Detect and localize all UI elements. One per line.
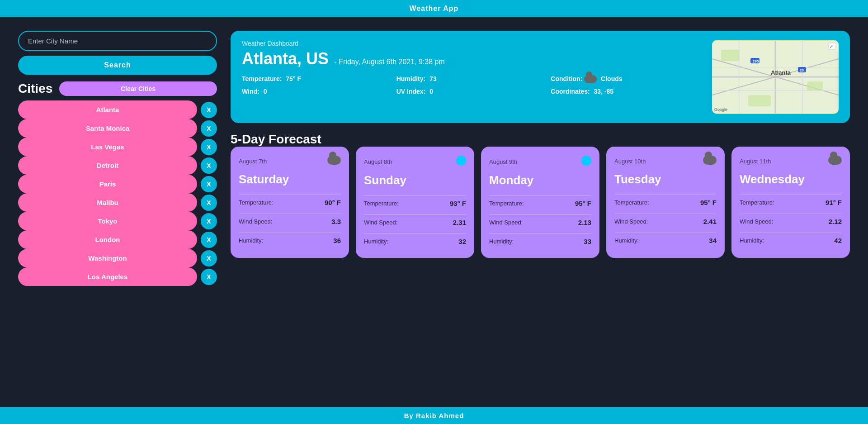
city-remove-button[interactable]: X xyxy=(201,139,217,155)
search-input[interactable] xyxy=(18,31,217,51)
forecast-day: Sunday xyxy=(364,173,466,187)
forecast-humidity: Humidity: 32 xyxy=(364,233,466,249)
forecast-card-header: August 9th xyxy=(489,156,591,167)
forecast-wind: Wind Speed: 2.12 xyxy=(740,214,842,229)
svg-text:⤢: ⤢ xyxy=(830,44,833,49)
city-row: AtlantaX xyxy=(18,100,217,119)
city-header: Atlanta, US - Friday, August 6th 2021, 9… xyxy=(242,49,703,68)
city-date: - Friday, August 6th 2021, 9:38 pm xyxy=(334,58,444,66)
city-row: TokyoX xyxy=(18,212,217,230)
weather-details: Temperature: 75° F Humidity: 73 Conditio… xyxy=(242,75,703,95)
forecast-card: August 11th Wednesday Temperature: 91° F… xyxy=(731,147,850,258)
forecast-icon xyxy=(828,156,842,167)
forecast-day: Monday xyxy=(489,173,591,187)
forecast-card-header: August 7th xyxy=(239,156,341,167)
city-button[interactable]: Las Vegas xyxy=(18,138,197,156)
left-panel: Search Cities Clear Cities AtlantaXSanta… xyxy=(18,31,217,394)
city-remove-button[interactable]: X xyxy=(201,176,217,192)
forecast-day: Tuesday xyxy=(614,172,717,186)
city-row: WashingtonX xyxy=(18,249,217,267)
forecast-icon xyxy=(456,156,466,167)
right-panel: Weather Dashboard Atlanta, US - Friday, … xyxy=(231,31,850,394)
weather-info: Weather Dashboard Atlanta, US - Friday, … xyxy=(242,40,703,114)
city-remove-button[interactable]: X xyxy=(201,102,217,118)
city-button[interactable]: Atlanta xyxy=(18,100,197,119)
svg-text:285: 285 xyxy=(753,59,759,63)
city-row: Los AngelesX xyxy=(18,267,217,286)
forecast-section: 5-Day Forecast August 7th Saturday Tempe… xyxy=(231,132,850,258)
dashboard-label: Weather Dashboard xyxy=(242,40,703,47)
forecast-date: August 8th xyxy=(364,158,392,165)
forecast-temperature: Temperature: 93° F xyxy=(364,195,466,211)
forecast-temperature: Temperature: 90° F xyxy=(239,195,341,210)
footer-credit: By Rakib Ahmed xyxy=(404,412,464,419)
city-remove-button[interactable]: X xyxy=(201,269,217,285)
forecast-icon xyxy=(703,156,717,167)
forecast-date: August 10th xyxy=(614,158,646,165)
city-button[interactable]: Malibu xyxy=(18,193,197,212)
bottom-bar: By Rakib Ahmed xyxy=(0,407,868,424)
forecast-card: August 7th Saturday Temperature: 90° F W… xyxy=(231,147,349,258)
forecast-title: 5-Day Forecast xyxy=(231,132,850,147)
city-button[interactable]: Washington xyxy=(18,249,197,267)
forecast-cards: August 7th Saturday Temperature: 90° F W… xyxy=(231,147,850,258)
city-remove-button[interactable]: X xyxy=(201,195,217,211)
forecast-temperature: Temperature: 95° F xyxy=(489,195,591,211)
uv-detail: UV Index: 0 xyxy=(396,88,549,95)
forecast-card: August 8th Sunday Temperature: 93° F Win… xyxy=(356,147,474,258)
condition-detail: Condition: Clouds xyxy=(551,75,703,83)
svg-rect-9 xyxy=(721,50,739,61)
city-remove-button[interactable]: X xyxy=(201,213,217,229)
city-row: LondonX xyxy=(18,230,217,249)
forecast-wind: Wind Speed: 2.31 xyxy=(364,214,466,230)
forecast-icon xyxy=(327,156,341,167)
cities-title: Cities xyxy=(18,81,52,96)
temperature-detail: Temperature: 75° F xyxy=(242,75,394,83)
forecast-icon xyxy=(581,156,591,167)
forecast-date: August 11th xyxy=(740,158,771,165)
city-name: Atlanta, US xyxy=(242,49,329,68)
city-remove-button[interactable]: X xyxy=(201,157,217,174)
city-remove-button[interactable]: X xyxy=(201,232,217,248)
city-remove-button[interactable]: X xyxy=(201,120,217,137)
svg-rect-10 xyxy=(807,81,823,91)
forecast-humidity: Humidity: 36 xyxy=(239,233,341,248)
city-row: Las VegasX xyxy=(18,138,217,156)
forecast-humidity: Humidity: 33 xyxy=(489,233,591,249)
main-content: Search Cities Clear Cities AtlantaXSanta… xyxy=(0,17,868,407)
city-button[interactable]: London xyxy=(18,230,197,249)
city-button[interactable]: Paris xyxy=(18,175,197,193)
forecast-temperature: Temperature: 95° F xyxy=(614,195,717,210)
wind-detail: Wind: 0 xyxy=(242,88,394,95)
forecast-card: August 9th Monday Temperature: 95° F Win… xyxy=(481,147,599,258)
city-button[interactable]: Detroit xyxy=(18,156,197,175)
clear-cities-button[interactable]: Clear Cities xyxy=(59,81,217,96)
forecast-date: August 7th xyxy=(239,158,267,165)
condition-cloud-icon xyxy=(584,75,597,83)
city-button[interactable]: Santa Monica xyxy=(18,119,197,138)
search-button[interactable]: Search xyxy=(18,56,217,75)
forecast-wind: Wind Speed: 3.3 xyxy=(239,214,341,229)
forecast-card: August 10th Tuesday Temperature: 95° F W… xyxy=(606,147,725,258)
map-thumbnail: Atlanta 285 20 Google ⤢ xyxy=(712,40,839,114)
city-row: Santa MonicaX xyxy=(18,119,217,138)
weather-dashboard: Weather Dashboard Atlanta, US - Friday, … xyxy=(231,31,850,123)
city-button[interactable]: Los Angeles xyxy=(18,267,197,286)
city-button[interactable]: Tokyo xyxy=(18,212,197,230)
forecast-card-header: August 8th xyxy=(364,156,466,167)
top-bar: Weather App xyxy=(0,0,868,17)
city-row: ParisX xyxy=(18,175,217,193)
cities-header: Cities Clear Cities xyxy=(18,81,217,96)
forecast-day: Saturday xyxy=(239,172,341,186)
forecast-wind: Wind Speed: 2.13 xyxy=(489,214,591,230)
humidity-detail: Humidity: 73 xyxy=(396,75,549,83)
forecast-date: August 9th xyxy=(489,158,517,165)
cities-list: AtlantaXSanta MonicaXLas VegasXDetroitXP… xyxy=(18,100,217,286)
map-svg: Atlanta 285 20 Google ⤢ xyxy=(712,40,839,114)
svg-text:20: 20 xyxy=(800,68,804,72)
forecast-card-header: August 10th xyxy=(614,156,717,167)
coordinates-detail: Coordinates: 33, -85 xyxy=(551,88,703,95)
app-title: Weather App xyxy=(410,5,459,12)
svg-rect-11 xyxy=(748,95,771,106)
city-remove-button[interactable]: X xyxy=(201,250,217,267)
